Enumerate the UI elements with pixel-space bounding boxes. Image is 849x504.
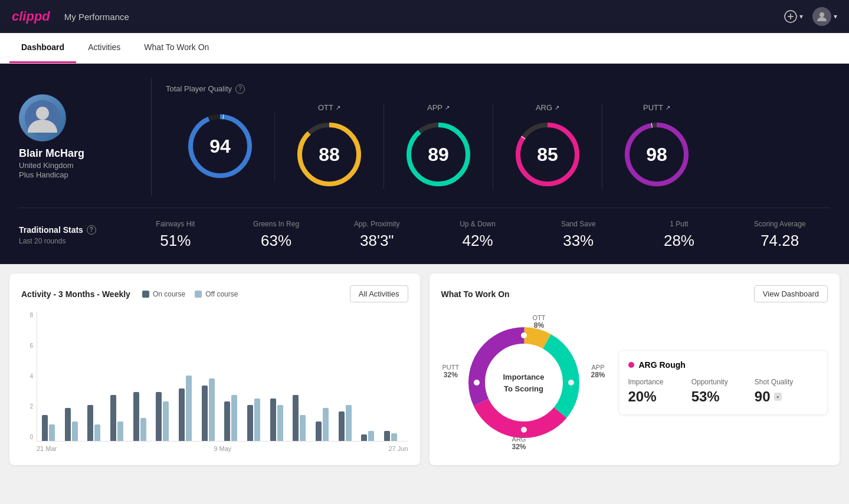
off-course-bar-9: [254, 398, 260, 441]
stat-1putt: 1 Putt 28%: [629, 220, 730, 250]
traditional-stats: Traditional Stats ? Last 20 rounds Fairw…: [19, 220, 830, 250]
importance-value: 20%: [628, 388, 691, 405]
bar-group-14: [361, 431, 381, 441]
header-right: ▾ ▾: [784, 7, 837, 26]
x-label-mar: 21 Mar: [37, 445, 57, 452]
stat-fairways-label: Fairways Hit: [125, 220, 226, 228]
bar-group-10: [270, 398, 290, 441]
stat-fairways: Fairways Hit 51%: [125, 220, 226, 250]
on-course-bar-7: [202, 386, 208, 441]
pink-dot: [628, 362, 634, 368]
trad-label-col: Traditional Stats ? Last 20 rounds: [19, 225, 125, 245]
stat-sandsave-value: 33%: [528, 232, 629, 250]
quality-label: Total Player Quality ?: [166, 84, 830, 94]
tab-dashboard[interactable]: Dashboard: [9, 33, 76, 63]
bar-group-4: [133, 392, 153, 441]
on-course-bar-9: [247, 405, 253, 441]
svg-point-5: [36, 107, 49, 120]
info-card-title: ARG Rough: [628, 360, 818, 370]
trad-period: Last 20 rounds: [19, 237, 125, 245]
stat-proximity-label: App. Proximity: [326, 220, 427, 228]
stat-greens: Greens In Reg 63%: [226, 220, 327, 250]
putt-ring: 98: [621, 119, 692, 190]
bar-chart: 0 2 4 6 8 21 Mar 9 May 27 Jun: [21, 312, 408, 453]
main-content: Activity - 3 Months - Weekly On course O…: [0, 264, 849, 475]
off-course-bar-11: [300, 415, 306, 441]
boundary-dot-top: [521, 332, 527, 338]
view-dashboard-button[interactable]: View Dashboard: [754, 285, 828, 302]
off-course-dot: [195, 291, 202, 298]
off-course-bar-13: [346, 405, 352, 441]
tab-what-to-work-on[interactable]: What To Work On: [132, 33, 221, 63]
off-course-bar-8: [231, 395, 237, 441]
stat-sandsave-label: Sand Save: [528, 220, 629, 228]
shot-quality-metric: Shot Quality 90 ▪: [755, 378, 818, 405]
stat-greens-label: Greens In Reg: [226, 220, 327, 228]
off-course-bar-15: [391, 433, 397, 441]
add-icon[interactable]: ▾: [784, 10, 803, 23]
ott-circle: OTT ↗ 88: [275, 103, 384, 190]
app-circle: APP ↗ 89: [384, 103, 493, 190]
player-country: United Kingdom: [19, 161, 74, 170]
total-quality-ring: 94: [185, 111, 255, 182]
boundary-dot-bottom: [521, 427, 527, 433]
wtwo-right: ARG Rough Importance 20% Opportunity: [618, 350, 828, 415]
app-ring: 89: [403, 119, 474, 190]
what-to-work-on-card: What To Work On View Dashboard: [430, 274, 840, 465]
arg-value: 85: [537, 143, 558, 165]
all-activities-button[interactable]: All Activities: [350, 285, 408, 302]
off-course-bar-0: [49, 424, 55, 441]
bar-group-12: [316, 408, 335, 441]
off-course-bar-2: [94, 424, 100, 441]
bar-group-11: [293, 395, 312, 441]
app-value: 89: [428, 143, 449, 165]
on-course-bar-10: [270, 398, 276, 441]
bar-group-13: [339, 405, 358, 441]
on-course-dot: [142, 291, 149, 298]
stat-cols: Fairways Hit 51% Greens In Reg 63% App. …: [125, 220, 830, 250]
arg-rough-card: ARG Rough Importance 20% Opportunity: [618, 350, 828, 415]
boundary-dot-left: [474, 380, 480, 386]
off-course-bar-7: [209, 378, 215, 441]
arg-label: ARG ↗: [536, 103, 559, 112]
off-course-bar-4: [140, 418, 146, 441]
y-label-2: 2: [29, 403, 33, 410]
off-course-bar-5: [163, 401, 169, 441]
shot-quality-value: 90 ▪: [755, 388, 818, 405]
hero-top: Blair McHarg United Kingdom Plus Handica…: [19, 78, 830, 196]
arg-segment-label: ARG 32%: [512, 436, 526, 451]
tab-activities[interactable]: Activities: [76, 33, 132, 63]
wtwo-header: What To Work On View Dashboard: [441, 285, 828, 302]
bar-chart-inner: [37, 312, 408, 442]
chart-legend: On course Off course: [142, 290, 238, 298]
user-avatar-header[interactable]: ▾: [812, 7, 837, 26]
stat-fairways-value: 51%: [125, 232, 226, 250]
on-course-bar-3: [110, 395, 116, 441]
bar-group-2: [87, 405, 107, 441]
header-title: My Performance: [64, 12, 129, 22]
y-label-4: 4: [29, 373, 33, 380]
avatar: [19, 94, 66, 141]
total-quality-value: 94: [209, 136, 231, 157]
y-label-8: 8: [29, 312, 33, 318]
legend-on-course: On course: [142, 290, 185, 298]
app-label: APP ↗: [427, 103, 450, 112]
logo: clippd: [12, 9, 50, 24]
boundary-dot-right: [568, 380, 574, 386]
stat-scoring-value: 74.28: [729, 232, 830, 250]
horizontal-divider: [19, 207, 830, 208]
putt-value: 98: [646, 143, 667, 165]
bar-group-1: [65, 408, 84, 441]
trad-help-icon[interactable]: ?: [87, 225, 96, 235]
putt-label: PUTT ↗: [643, 103, 670, 112]
off-course-bar-10: [277, 405, 283, 441]
on-course-bar-4: [133, 392, 139, 441]
bar-group-6: [179, 375, 198, 441]
svg-point-3: [820, 12, 824, 17]
activity-chart-card: Activity - 3 Months - Weekly On course O…: [9, 274, 420, 465]
donut-chart-container: Importance To Scoring OTT 8% APP 28% ARG…: [441, 312, 607, 453]
quality-help-icon[interactable]: ?: [235, 84, 245, 94]
wtwo-content: Importance To Scoring OTT 8% APP 28% ARG…: [441, 312, 828, 453]
chart-header: Activity - 3 Months - Weekly On course O…: [21, 285, 408, 302]
on-course-bar-14: [361, 434, 367, 441]
